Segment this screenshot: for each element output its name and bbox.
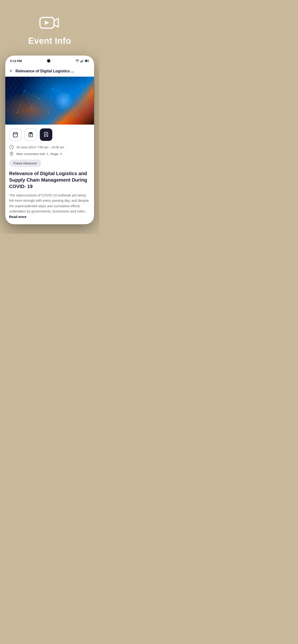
svg-point-16 [77,114,78,116]
svg-rect-4 [82,60,83,62]
power-button [94,101,94,116]
event-description: The repercussions of COVID-19 outbreak a… [9,192,90,220]
svg-point-10 [53,88,54,89]
read-more-button[interactable]: Read more [9,215,26,219]
action-buttons [9,128,90,141]
location-icon [9,152,14,156]
page-title: Event Info [28,36,71,46]
clipboard-button[interactable] [25,128,37,141]
svg-point-9 [38,98,40,99]
close-button[interactable]: × [10,68,12,74]
event-title: Relevance of Digital Logistics and Suppl… [9,170,90,190]
svg-rect-5 [83,60,83,62]
svg-line-26 [49,89,53,112]
battery-icon [85,60,89,62]
svg-point-14 [48,112,49,113]
location-row: Main convention hall- 1, Stage- 3 [9,152,90,156]
event-meta: 18 June 2021• 7:00 am - 10:00 am Main co… [9,145,90,156]
volume-button [94,84,94,99]
hero-image [5,77,94,124]
location-text: Main convention hall- 1, Stage- 3 [16,152,62,156]
clock-icon [9,145,14,150]
bookmark-button[interactable] [40,128,52,141]
phone-mockup: 5:13 PM × Rele [5,56,94,224]
datetime-row: 18 June 2021• 7:00 am - 10:00 am [9,145,90,150]
svg-point-15 [62,107,64,108]
svg-point-12 [81,86,83,87]
svg-rect-3 [81,60,82,62]
svg-line-27 [63,96,68,108]
svg-line-30 [17,108,32,112]
description-text: The repercussions of COVID-19 outbreak a… [9,193,89,213]
category-badge: Future Advances [9,160,41,167]
svg-line-20 [39,89,53,98]
svg-rect-2 [80,61,81,62]
svg-point-33 [31,79,69,122]
svg-line-25 [39,98,49,112]
svg-point-45 [11,153,12,154]
svg-line-19 [25,91,39,98]
svg-point-11 [67,95,68,96]
svg-rect-7 [85,60,87,62]
svg-line-28 [68,96,77,115]
svg-line-31 [17,91,25,112]
status-bar: 5:13 PM [5,56,94,66]
svg-line-29 [82,86,87,106]
datetime-text: 18 June 2021• 7:00 am - 10:00 am [16,146,64,149]
svg-point-18 [86,105,88,106]
svg-point-13 [31,107,32,108]
app-icon [39,14,60,31]
signal-icon [80,60,84,62]
svg-point-17 [17,112,18,113]
wifi-icon [75,60,79,62]
svg-line-23 [25,91,32,108]
header-section: Event Info [23,0,76,56]
svg-line-21 [53,89,68,96]
svg-line-24 [32,98,39,108]
svg-point-32 [16,79,83,122]
nav-bar: × Relevance of Digital Logistics ... [5,66,94,77]
nav-title: Relevance of Digital Logistics ... [16,69,90,73]
status-icons [75,60,89,62]
svg-point-8 [24,90,25,92]
content-area: 18 June 2021• 7:00 am - 10:00 am Main co… [5,124,94,224]
calendar-button[interactable] [9,128,22,141]
svg-line-22 [68,86,82,96]
svg-marker-1 [45,20,49,25]
front-camera [47,59,50,62]
svg-rect-34 [13,133,18,137]
status-time: 5:13 PM [10,59,22,63]
